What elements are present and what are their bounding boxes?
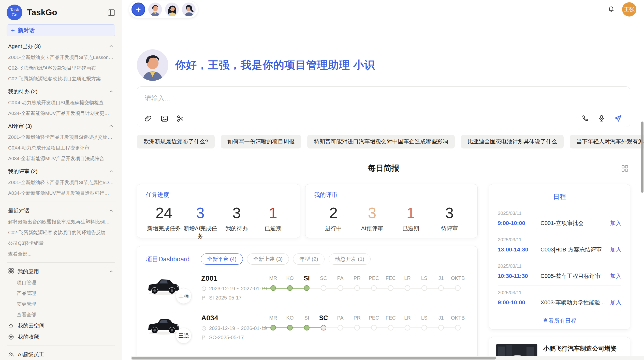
- join-meeting-link[interactable]: 加入: [610, 219, 621, 227]
- sidebar-section-header[interactable]: Agent已办 (3): [7, 40, 115, 52]
- dashboard-filter-chip[interactable]: 全新平台 (4): [201, 253, 243, 265]
- milestone-dot[interactable]: [455, 325, 461, 331]
- recent-chat-item[interactable]: 公司Q3轻卡销量: [7, 238, 115, 249]
- join-meeting-link[interactable]: 加入: [610, 246, 621, 253]
- milestone-connector: [293, 327, 304, 328]
- suggestion-chip[interactable]: 比亚迪全固态电池计划具体说了什么: [461, 135, 564, 148]
- sidebar-item[interactable]: C0X4-动力总成开发项目SI里程碑提交物检查: [7, 97, 115, 108]
- sidebar-item[interactable]: A034-全新新能源MUV产品开发项目法规符合性评审: [7, 153, 115, 164]
- horizontal-scrollbar-thumb[interactable]: [131, 357, 496, 359]
- image-upload-icon[interactable]: [160, 114, 169, 123]
- sidebar-collapse-icon[interactable]: [108, 9, 115, 16]
- sidebar-section-header[interactable]: 我的评审 (2): [7, 166, 115, 177]
- sidebar-item[interactable]: Z001-全新燃油皮卡产品开发项目SI节点Lesson Learn报告: [7, 52, 115, 63]
- date-range: 2023-12-19 ~ 2026-01-19: [209, 325, 267, 331]
- milestone-dot[interactable]: [304, 285, 310, 291]
- milestone-dot[interactable]: [354, 325, 360, 331]
- join-meeting-link[interactable]: 加入: [610, 272, 621, 280]
- milestone-dot[interactable]: [371, 325, 377, 331]
- milestone-dot[interactable]: [270, 325, 276, 331]
- news-title: 小鹏飞行汽车制造公司增资: [543, 344, 623, 353]
- milestone-dot[interactable]: [287, 325, 293, 331]
- phone-icon[interactable]: [581, 114, 589, 123]
- milestone-dot[interactable]: [270, 285, 276, 291]
- microphone-icon[interactable]: [597, 114, 606, 123]
- horizontal-scrollbar[interactable]: [131, 356, 644, 360]
- team-member-avatar[interactable]: [148, 3, 162, 16]
- milestone-dot[interactable]: [371, 285, 377, 291]
- sidebar-item[interactable]: C02-飞腾新能源轻客改款项目里程碑画布: [7, 63, 115, 73]
- layout-grid-icon[interactable]: [621, 165, 628, 172]
- dashboard-filter-chip[interactable]: 年型 (2): [293, 253, 325, 265]
- sidebar-link-cloud[interactable]: 我的云空间: [7, 320, 115, 331]
- dashboard-filter-chip[interactable]: 全新上装 (3): [247, 253, 289, 265]
- content: 你好，王强，我是你的项目管理助理 小识 请输入...: [122, 19, 644, 360]
- stat-value: 1: [391, 202, 430, 224]
- sidebar-item[interactable]: Z001-全新燃油轻卡产品开发项目SI造型提交物评审: [7, 132, 115, 143]
- add-member-button[interactable]: +: [131, 3, 145, 16]
- sidebar-section-header[interactable]: AI评审 (3): [7, 120, 115, 132]
- project-owner-badge[interactable]: 王强: [176, 328, 192, 343]
- sidebar-section-header[interactable]: 最近对话: [7, 205, 115, 217]
- app-item[interactable]: 变更管理: [7, 299, 115, 309]
- notification-bell-icon[interactable]: [607, 6, 615, 13]
- project-owner-badge[interactable]: 王强: [176, 288, 192, 304]
- team-pill: +: [129, 1, 198, 18]
- milestone-connector: [410, 288, 421, 289]
- suggestion-chip[interactable]: 欧洲新规最近颁布了什么?: [137, 135, 215, 148]
- sidebar-item[interactable]: A034-全新新能源MUV产品开发项目造型可行性评审: [7, 188, 115, 199]
- vertical-scrollbar[interactable]: [640, 0, 644, 356]
- milestone: OKTB: [449, 313, 466, 333]
- sidebar-item[interactable]: C02-飞腾新能源轻客改款项目立项汇报方案: [7, 73, 115, 84]
- new-chat-button[interactable]: + 新对话: [7, 24, 115, 36]
- milestone-dot[interactable]: [354, 285, 360, 291]
- milestone-dot[interactable]: [321, 285, 326, 291]
- milestone-dot[interactable]: [455, 285, 461, 291]
- view-all-apps-link[interactable]: 查看全部...: [7, 309, 115, 320]
- app-item[interactable]: 项目管理: [7, 277, 115, 288]
- vertical-scrollbar-thumb[interactable]: [641, 122, 643, 193]
- sidebar-item[interactable]: Z001-全新燃油轻卡产品开发项目SI节点属性5D文件评审: [7, 177, 115, 188]
- milestone-dot[interactable]: [388, 285, 393, 291]
- recent-chat-item[interactable]: C02-飞腾新能源轻客改款项目的闭环通告反馈情况: [7, 227, 115, 238]
- send-icon[interactable]: [614, 114, 622, 123]
- view-all-chats-link[interactable]: 查看全部...: [7, 249, 115, 259]
- people-icon: [8, 352, 14, 357]
- milestone-dot[interactable]: [287, 285, 293, 291]
- recent-chat-item[interactable]: 解释最新出台的欧盟报废车法规再生塑料比例被调至15%...: [7, 217, 115, 227]
- milestone-dot[interactable]: [421, 285, 427, 291]
- team-member-avatar[interactable]: [165, 3, 179, 16]
- app-item[interactable]: 产品管理: [7, 288, 115, 299]
- sidebar-tool[interactable]: AI超级员工: [7, 349, 115, 360]
- view-all-schedule-link[interactable]: 查看所有日程: [498, 317, 621, 325]
- milestone-dot[interactable]: [338, 285, 343, 291]
- sidebar-item[interactable]: C0X4-动力总成开发项目工程变更评审: [7, 143, 115, 153]
- chat-input[interactable]: 请输入...: [137, 86, 630, 127]
- sidebar-link-star[interactable]: 我的收藏: [7, 331, 115, 342]
- scissors-icon[interactable]: [176, 114, 185, 123]
- join-meeting-link[interactable]: 加入: [610, 299, 621, 306]
- suggestion-chip[interactable]: 当下年轻人对汽车外观有怎样的喜好趋势: [570, 135, 644, 148]
- suggestion-chip[interactable]: 特朗普可能对进口汽车增税会对中国车企造成哪些影响: [307, 135, 455, 148]
- suggestion-chip[interactable]: 如何写一份清晰的项目周报: [221, 135, 301, 148]
- team-member-avatar[interactable]: [182, 3, 196, 16]
- milestone-dot[interactable]: [405, 325, 410, 331]
- milestone-dot[interactable]: [405, 285, 410, 291]
- dashboard-filter-chip[interactable]: 动总开发 (1): [329, 253, 371, 265]
- milestone-dot[interactable]: [388, 325, 393, 331]
- milestone-dot[interactable]: [304, 325, 310, 331]
- chevron-up-icon: [109, 89, 114, 94]
- sidebar-item[interactable]: A034-全新新能源MUV产品开发项目计划变更表编写: [7, 108, 115, 119]
- attachment-icon[interactable]: [144, 114, 153, 123]
- sidebar-apps-header[interactable]: 我的应用: [7, 266, 115, 277]
- milestone-dot[interactable]: [421, 325, 427, 331]
- milestone-dot[interactable]: [338, 325, 343, 331]
- milestone-label: LR: [399, 313, 416, 323]
- milestone-dot[interactable]: [321, 325, 326, 331]
- schedule-name: C005-整车工程目标评审: [540, 272, 607, 280]
- milestone-dot[interactable]: [438, 325, 444, 331]
- user-avatar[interactable]: 王强: [622, 2, 636, 17]
- milestone-dot[interactable]: [438, 285, 444, 291]
- sidebar-section-header[interactable]: 我的待办 (2): [7, 86, 115, 97]
- app-logo: Task Go: [7, 5, 22, 20]
